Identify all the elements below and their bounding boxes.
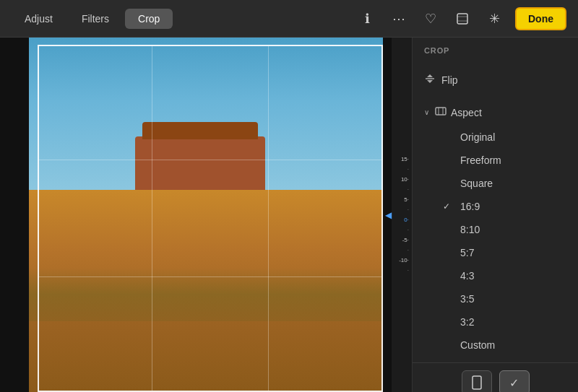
aspect-8-10-label: 8:10 xyxy=(460,224,480,235)
aspect-8-10[interactable]: 8:10 xyxy=(413,218,578,241)
chevron-down-icon: ∨ xyxy=(424,108,429,116)
main-content: 15· · 10· · 5· · 0· · -5· · -10· · ◀ CRO… xyxy=(0,38,578,392)
crop-section-title: CROP xyxy=(413,38,578,61)
aspect-label: Aspect xyxy=(451,107,482,118)
info-icon-button[interactable]: ℹ xyxy=(356,8,378,30)
svg-rect-2 xyxy=(436,108,446,115)
aspect-3-2[interactable]: 3:2 xyxy=(413,310,578,334)
side-panel: CROP Flip ∨ As xyxy=(412,38,578,392)
tab-crop[interactable]: Crop xyxy=(125,9,173,29)
flip-item[interactable]: Flip xyxy=(413,66,578,93)
magic-icon-button[interactable]: ✳ xyxy=(483,8,505,30)
aspect-4-3-label: 4:3 xyxy=(460,270,474,282)
svg-rect-0 xyxy=(457,14,467,24)
aspect-5-7[interactable]: 5:7 xyxy=(413,241,578,264)
confirm-icon: ✓ xyxy=(509,376,519,390)
ruler-tick-5: 5· xyxy=(392,195,412,205)
aspect-header[interactable]: ∨ Aspect xyxy=(413,99,578,126)
portrait-mode-button[interactable] xyxy=(462,370,492,392)
tab-group: Adjust Filters Crop xyxy=(12,9,173,29)
aspect-original[interactable]: Original xyxy=(413,126,578,149)
scrub-layer xyxy=(29,268,383,321)
aspect-freeform-label: Freeform xyxy=(460,154,501,166)
side-panel-bottom: ✓ xyxy=(413,362,578,392)
ruler-tick-0: 0· xyxy=(392,215,412,225)
ruler-tick-15: 15· xyxy=(392,154,412,165)
aspect-square-label: Square xyxy=(460,178,493,189)
crop-shape-icon-button[interactable] xyxy=(452,8,473,30)
more-icon-button[interactable]: ⋯ xyxy=(388,8,410,30)
aspect-3-5-label: 3:5 xyxy=(460,293,474,305)
check-16-9: ✓ xyxy=(443,201,454,212)
flip-icon xyxy=(424,73,436,87)
flip-label: Flip xyxy=(441,74,458,86)
aspect-square[interactable]: Square xyxy=(413,172,578,195)
ruler-tick-neg10: -10· xyxy=(392,256,412,266)
tab-adjust[interactable]: Adjust xyxy=(12,9,66,29)
aspect-original-label: Original xyxy=(460,131,495,143)
aspect-freeform[interactable]: Freeform xyxy=(413,149,578,172)
tab-filters[interactable]: Filters xyxy=(69,9,122,29)
toolbar-right: ℹ ⋯ ♡ ✳ Done xyxy=(356,7,566,30)
ruler-arrow-indicator: ◀ xyxy=(385,210,392,220)
aspect-sub-items: Original Freeform Square ✓ 16:9 8:10 5:7 xyxy=(413,126,578,357)
ruler-tick-10: 10· xyxy=(392,175,412,185)
heart-icon-button[interactable]: ♡ xyxy=(420,8,441,30)
ruler-tick: · xyxy=(392,266,412,276)
ruler-tick: · xyxy=(392,245,412,256)
mesa-layer xyxy=(135,136,265,194)
ruler-tick-neg5: -5· xyxy=(392,235,412,245)
aspect-icon xyxy=(435,105,447,119)
ruler-tick: · xyxy=(392,185,412,195)
desert-image xyxy=(29,38,383,392)
ruler-tick: · xyxy=(392,225,412,235)
aspect-custom[interactable]: Custom xyxy=(413,334,578,357)
confirm-button[interactable]: ✓ xyxy=(499,370,530,392)
ruler-tick: · xyxy=(392,165,412,175)
aspect-4-3[interactable]: 4:3 xyxy=(413,264,578,287)
aspect-16-9-label: 16:9 xyxy=(460,201,480,212)
aspect-3-2-label: 3:2 xyxy=(460,316,474,328)
aspect-16-9[interactable]: ✓ 16:9 xyxy=(413,195,578,218)
aspect-3-5[interactable]: 3:5 xyxy=(413,287,578,310)
done-button[interactable]: Done xyxy=(515,7,566,30)
top-bar: Adjust Filters Crop ℹ ⋯ ♡ ✳ Done xyxy=(0,0,578,38)
rotation-ruler: 15· · 10· · 5· · 0· · -5· · -10· · xyxy=(392,38,412,392)
ruler-tick: · xyxy=(392,205,412,215)
aspect-5-7-label: 5:7 xyxy=(460,247,474,258)
image-area: 15· · 10· · 5· · 0· · -5· · -10· · ◀ xyxy=(0,38,412,392)
aspect-custom-label: Custom xyxy=(460,339,495,351)
svg-rect-5 xyxy=(473,376,481,389)
